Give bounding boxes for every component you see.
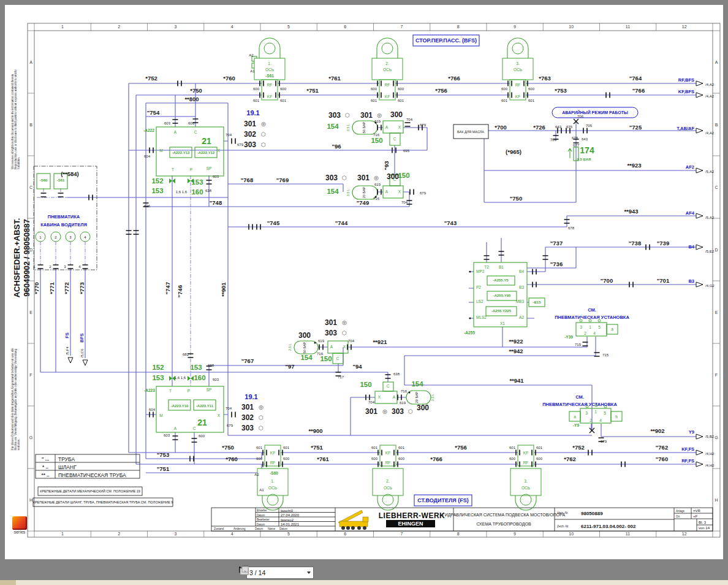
diagram-label: 11 (626, 25, 630, 29)
diagram-label: /5,E2 (705, 250, 715, 253)
diagram-label: P2 (476, 285, 481, 289)
ident-value: 98050889 (581, 511, 603, 516)
diagram-label: T (169, 389, 172, 393)
reference-arrow (696, 245, 703, 250)
diagram-label: 303 (244, 140, 256, 149)
diagram-label: SP (207, 166, 212, 170)
diagram-label: 601 (253, 99, 260, 102)
diagram-label: 603 (213, 378, 219, 381)
diagram-label: -A222 (143, 128, 154, 132)
diagram-label: 675 (566, 125, 573, 129)
diagram-label: AF4 (686, 210, 695, 216)
diagram-label: /5,C6 (80, 348, 84, 358)
diagram-label: 600 (536, 457, 543, 461)
diagram-label: G (715, 435, 718, 440)
diagram-label: *773 (78, 282, 85, 294)
diagram-label: RF (523, 461, 529, 465)
diagram-label: B (715, 123, 718, 127)
tb-name: Name (268, 527, 276, 530)
diagram-label: "748 (210, 199, 222, 206)
diagram-label: "750 (510, 195, 522, 202)
diagram-label: 600 (528, 87, 535, 91)
diagram-label: 50 БАР (303, 342, 306, 353)
diagram-label: X (398, 189, 401, 194)
diagram-label: G (29, 435, 32, 440)
diagram-label: ПНЕВМАТИКА (48, 214, 80, 220)
callout-bfs-side: СТОР.ПЕР.ПАСС. (BFS) (415, 37, 477, 44)
diagram-label: 8 (457, 532, 460, 536)
diagram-label: 154 (411, 380, 423, 388)
diagram-label: MP2 (476, 269, 485, 273)
diagram-label: **922 (509, 338, 523, 345)
reference-arrow (696, 462, 703, 467)
diagram-label: 638 (205, 189, 212, 193)
diagram-label: 150 (398, 172, 409, 179)
diagram-label: **942 (509, 348, 523, 354)
page-number-input[interactable]: 3 / 14 (246, 567, 314, 579)
diagram-label: 679 (420, 191, 427, 195)
axle-symbol: KFRF6016016006002.ОСЬ (371, 445, 405, 510)
diagram-label: C (393, 137, 396, 141)
diagram-label: 636 (144, 204, 151, 208)
diagram-label: "739 (657, 240, 669, 247)
diagram-label: 153 (152, 374, 164, 381)
diagram-label: H (29, 498, 32, 502)
diagram-label: 3. (524, 479, 528, 483)
diagram-label: *760 (223, 75, 235, 82)
diagram-label: 600 (509, 457, 516, 461)
diagram-label: X (398, 125, 401, 129)
diagram-label: 704 (401, 201, 408, 204)
diagram-label: 600 (253, 87, 260, 91)
tb-datum2: Datum (279, 527, 288, 530)
diagram-label: 601 (371, 99, 377, 102)
diagram-label: 716 (317, 352, 324, 356)
diagram-label: E (29, 310, 32, 315)
diagram-label: *762 (564, 456, 576, 462)
diagram-label: 5 (287, 532, 290, 536)
diagram-label: 301 (325, 318, 337, 327)
diagram-label: 9 (514, 532, 516, 536)
diagram-label: "745 (267, 220, 280, 226)
diagram-label: 2 (584, 331, 586, 335)
diagram-label: 21 (197, 418, 207, 427)
diagram-label: 152 (152, 364, 164, 371)
screenshot-root: We reserve all rights in this document a… (0, 0, 728, 585)
diagram-label: 9 (514, 25, 516, 29)
diagram-label: A (29, 60, 32, 64)
diagram-label: 300 (390, 110, 403, 119)
diagram-label: "737 (550, 240, 563, 247)
diagram-label: *700 (495, 124, 507, 131)
diagram-label: 10 (569, 532, 574, 536)
diagram-label: ОСЬ (514, 67, 522, 72)
diagram-label: *751 (306, 87, 319, 94)
diagram-label: "743 (444, 220, 457, 226)
diagram-label: 705 (586, 124, 593, 128)
diagram-label: 7 (401, 532, 403, 536)
diagram-label: "96 (332, 143, 341, 150)
diagram-label: A2 (249, 53, 254, 57)
diagram-label: -A223 (144, 388, 155, 392)
diagram-label: 704 (368, 400, 375, 404)
diagram-label: -A255 (464, 331, 475, 335)
diagram-label: a (574, 415, 576, 419)
diagram-label: -A223.Y10 (171, 404, 189, 408)
drawing-title-line1: ГИДРАВЛИЧЕСКАЯ СИСТЕМА ПОДВЕСКА МОСТОВ/О… (442, 513, 565, 518)
diagram-label: 704 (348, 339, 355, 343)
tb-f2-label: Datum (257, 514, 265, 517)
diagram-label: -S60 (270, 471, 278, 475)
diagram-label: **921 (373, 338, 387, 345)
oil-tank-label: БАК ДЛЯ МАСЛА (457, 130, 484, 134)
diagram-label: "768 (241, 177, 253, 183)
diagram-label: (*965) (506, 148, 521, 155)
diagram-label: 601 (280, 99, 287, 102)
diagram-label: 604 (149, 408, 156, 411)
diagram-label: A2 (519, 315, 524, 319)
diagram-label: "738 (629, 240, 641, 247)
diagram-label: KF (270, 451, 275, 455)
reference-arrow (696, 81, 703, 86)
diagram-label: /4,A2 (705, 131, 715, 135)
diagram-label: D (29, 248, 32, 252)
diagram-label: ПНЕВМАТИЧЕСКАЯ ТРУБА (58, 472, 126, 478)
diagram-label: KF (385, 451, 390, 455)
title-block: Ersteller lwechj0 Datum 27.04.2020 Bearb… (211, 508, 713, 531)
